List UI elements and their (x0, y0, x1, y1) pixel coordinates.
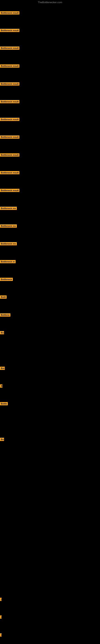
bottleneck-badge: Bottle (0, 402, 8, 405)
bottleneck-badge: Bottl (0, 296, 7, 299)
bottleneck-badge: Bo (0, 438, 4, 441)
bottleneck-badge: B (0, 384, 2, 388)
bottleneck-badge: Bottleneck result (0, 64, 19, 68)
bottleneck-badge: Bottleneck result (0, 82, 19, 86)
bottleneck-badge: Bottlene (0, 313, 10, 316)
bottleneck-badge: Bottleneck result (0, 29, 19, 32)
bottleneck-badge: Bo (0, 331, 4, 334)
bottleneck-badge: | (0, 633, 1, 636)
bottleneck-badge: | (0, 616, 1, 619)
bottleneck-badge: Bottleneck (0, 278, 13, 281)
bottleneck-badge: Bottleneck result (0, 189, 19, 192)
bottleneck-badge: Bottleneck result (0, 153, 19, 156)
bottleneck-badge: Bottleneck re (0, 260, 16, 263)
bottleneck-badge: Bottleneck res (0, 224, 17, 228)
bottleneck-badge: Bottleneck result (0, 11, 19, 14)
bottleneck-badge: Bottleneck res (0, 242, 17, 245)
bottleneck-badge: Bottleneck res (0, 207, 17, 210)
bottleneck-badge: Bottleneck result (0, 118, 19, 121)
bottleneck-badge: Bot (0, 367, 5, 370)
bottleneck-badge: | (0, 598, 1, 601)
bottleneck-badge: Bottleneck result (0, 136, 19, 139)
bottleneck-badge: Bottleneck result (0, 100, 19, 103)
site-title: TheBottlenecker.com (0, 0, 100, 5)
bottleneck-badge: Bottleneck result (0, 46, 19, 50)
bottleneck-badge: Bottleneck result (0, 171, 19, 174)
